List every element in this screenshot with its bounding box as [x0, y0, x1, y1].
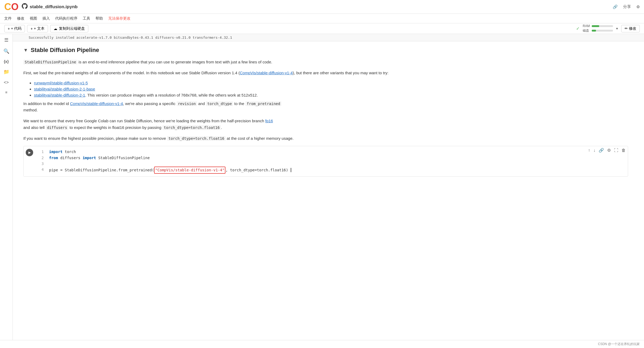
menu-runtime[interactable]: 代码执行程序 [55, 16, 77, 21]
notebook-title: stable_diffusion.ipynb [30, 4, 613, 10]
ram-bar [592, 25, 613, 27]
torch-dtype-code: torch_dtype [206, 101, 233, 106]
revision-code: revision [177, 101, 197, 106]
p6-after: at the cost of a higher memory usage. [226, 136, 294, 141]
copy-to-drive-button[interactable]: ☁ 复制到云端硬盘 [50, 25, 88, 32]
edit-button[interactable]: ✏ 修改 [621, 25, 640, 32]
edit-label: 修改 [629, 26, 636, 31]
menu-insert[interactable]: 插入 [42, 16, 50, 21]
cell-toolbar-right: ↑ ↓ 🔗 ⚙ ⛶ 🗑 [588, 148, 626, 153]
menu-tools[interactable]: 工具 [83, 16, 90, 21]
torch-float16-code: torch_dtype=torch.float16 [162, 125, 221, 130]
line-number-3: 3 [40, 161, 44, 167]
disk-bar [592, 30, 613, 32]
code-line-4-text: pipe = StableDiffusionPipeline.from_pret… [49, 167, 293, 173]
stabilityai-2-1-link[interactable]: stabilityai/stable-diffusion-2-1 [34, 93, 85, 97]
cell-output-bar: Successfully installed accelerate-v1.7.0… [13, 34, 644, 41]
code-line-1: 1 import torch [40, 149, 624, 155]
cell-expand-icon[interactable]: ⛶ [614, 148, 618, 153]
content-area: Successfully installed accelerate-v1.7.0… [13, 34, 644, 340]
search-icon[interactable]: 🔍 [3, 48, 9, 54]
paragraph-2: First, we load the pre-trained weights o… [23, 70, 628, 76]
p5-middle: to expect the weights in float16 precisi… [68, 125, 162, 130]
collapse-arrow[interactable]: ▼ [23, 47, 28, 53]
github-icon [22, 3, 28, 10]
list-item-3: stabilityai/stable-diffusion-2-1. This v… [34, 93, 628, 97]
line-number-1: 1 [40, 149, 44, 155]
add-text-button[interactable]: + + 文本 [27, 25, 48, 32]
resource-dropdown-icon[interactable]: ▾ [616, 27, 618, 31]
cloud-icon: ☁ [54, 27, 57, 31]
paragraph-1-text: is an end-to-end inference pipeline that… [79, 60, 272, 64]
notebook-content: ▼ Stable Diffusion Pipeline StableDiffus… [13, 41, 644, 186]
paragraph-4: In addition to the model id CompVis/stab… [23, 101, 628, 114]
menu-help[interactable]: 帮助 [95, 16, 103, 21]
paragraph-5: We want to ensure that every free Google… [23, 118, 628, 131]
run-button-container: ▶ [24, 146, 35, 159]
run-cell-button[interactable]: ▶ [26, 149, 33, 156]
plus-code-icon: + [8, 27, 10, 31]
code-content[interactable]: 1 import torch 2 from diffusers import S… [35, 146, 628, 176]
runwayml-link[interactable]: runwayml/stable-diffusion-v1-5 [34, 81, 88, 85]
line-number-4: 4 [40, 167, 44, 173]
disk-row: 磁盘 [583, 28, 613, 33]
add-text-label: + 文本 [34, 26, 44, 31]
files-icon[interactable]: 📁 [3, 69, 9, 75]
torch-float16-remove-code: torch_dtype=torch.float16 [167, 136, 226, 141]
menu-bar: 文件 修改 视图 插入 代码执行程序 工具 帮助 无法保存更改 [0, 14, 644, 23]
bottom-bar: CSDN @一个还在养轧的玩家 [0, 340, 644, 348]
main-layout: ☰ 🔍 {x} 📁 <> ≡ Successfully installed ac… [0, 34, 644, 340]
ram-row: RAM [583, 24, 613, 28]
list-item-3-text: . This version can produce images with a… [85, 93, 258, 97]
settings-icon[interactable]: ⚙ [636, 5, 640, 9]
stabilityai-2-1-base-link[interactable]: stabilityai/stable-diffusion-2-1-base [34, 87, 95, 91]
p4-to: to the [233, 101, 245, 106]
move-down-icon[interactable]: ↓ [593, 148, 595, 153]
p4-and: and [197, 101, 206, 106]
ram-label: RAM [583, 24, 590, 28]
paragraph-2-after: ), but there are other variants that you… [293, 71, 389, 75]
code-line-2: 2 from diffusers import StableDiffusionP… [40, 155, 624, 161]
line-number-2: 2 [40, 155, 44, 161]
share-button[interactable]: 分享 [623, 4, 631, 9]
left-sidebar: ☰ 🔍 {x} 📁 <> ≡ [0, 34, 13, 340]
fp16-link[interactable]: fp16 [265, 119, 273, 123]
variables-icon[interactable]: {x} [4, 59, 9, 64]
p5-after: and also tell [23, 125, 46, 130]
add-code-label: + 代码 [11, 26, 21, 31]
variant-list: runwayml/stable-diffusion-v1-5 stability… [34, 81, 628, 97]
compvis-link-2[interactable]: CompVis/stable-diffusion-v1-4 [70, 101, 123, 106]
code-line-2-text: from diffusers import StableDiffusionPip… [49, 155, 150, 161]
cell-settings-icon[interactable]: ⚙ [607, 148, 611, 153]
copy-to-drive-label: 复制到云端硬盘 [59, 26, 85, 31]
p6-before: If you want to ensure the highest possib… [23, 136, 167, 141]
code-icon[interactable]: <> [4, 80, 9, 85]
no-save-label: 无法保存更改 [108, 16, 130, 21]
link-icon[interactable]: 🔗 [613, 5, 618, 9]
code-line-1-text: import torch [49, 149, 76, 155]
cell-inner: ▶ 1 import torch 2 from diffusers import… [24, 146, 628, 176]
add-code-button[interactable]: + + 代码 [4, 25, 25, 32]
plus-text-icon: + [31, 27, 33, 31]
p5-text: We want to ensure that every free Google… [23, 119, 265, 123]
menu-view[interactable]: 视图 [30, 16, 37, 21]
cell-link-icon[interactable]: 🔗 [599, 148, 604, 153]
menu-file[interactable]: 文件 [4, 16, 12, 21]
diffusers-code: diffusers [46, 125, 68, 130]
move-up-icon[interactable]: ↑ [588, 148, 590, 153]
compvis-link-1[interactable]: CompVis/stable-diffusion-v1-4 [240, 71, 293, 75]
p5-period: . [221, 125, 222, 130]
cell-delete-icon[interactable]: 🗑 [621, 148, 626, 153]
paragraph-2-before: First, we load the pre-trained weights o… [23, 71, 240, 75]
toolbar-right: ✓ RAM 磁盘 ▾ ✏ 修改 [576, 24, 640, 33]
paragraph-6: If you want to ensure the highest possib… [23, 135, 628, 142]
edit-pencil-icon: ✏ [625, 26, 629, 31]
from-pretrained-code: from_pretrained [245, 101, 281, 106]
hamburger-menu-icon[interactable]: ☰ [4, 37, 8, 43]
list-icon[interactable]: ≡ [5, 90, 7, 94]
logo-c: C [4, 1, 11, 12]
menu-edit[interactable]: 修改 [17, 16, 24, 21]
code-cell-1: ↑ ↓ 🔗 ⚙ ⛶ 🗑 ▶ 1 [23, 146, 628, 177]
colab-logo: CO [4, 2, 19, 12]
section-heading: ▼ Stable Diffusion Pipeline [23, 47, 628, 54]
